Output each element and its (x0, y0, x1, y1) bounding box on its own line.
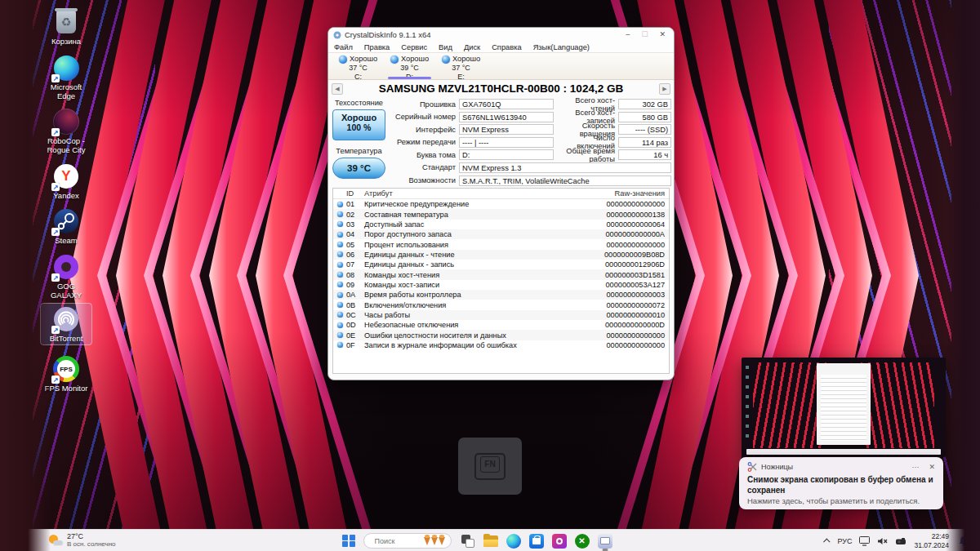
menu-item[interactable]: Вид (433, 43, 458, 51)
table-row[interactable]: 05 Процент использования 00000000000000 (333, 239, 669, 249)
attribute-id: 08 (346, 271, 364, 279)
tray-device-icon[interactable] (895, 537, 906, 545)
attribute-name: Включения/отключения (364, 301, 571, 309)
desktop-icon-label: Steam (41, 237, 91, 246)
field-value: S.M.A.R.T., TRIM, VolatileWriteCache (459, 176, 671, 186)
tab-temp: 39 °C (384, 64, 435, 73)
close-button[interactable]: ✕ (659, 28, 666, 42)
table-row[interactable]: 0F Записи в журнале информации об ошибка… (333, 340, 669, 350)
shortcut-arrow-icon: ↗ (51, 273, 60, 282)
running-indicator (602, 549, 608, 551)
screenshot-preview[interactable] (742, 358, 946, 457)
health-status: Хорошо (333, 113, 385, 122)
menu-item[interactable]: Сервис (395, 43, 433, 51)
table-row[interactable]: 0C Часы работы 00000000000010 (333, 310, 669, 320)
taskbar-app-crystaldiskinfo[interactable] (597, 531, 613, 551)
window-titlebar[interactable]: CrystalDiskInfo 9.1.1 x64 – ☐ ✕ (328, 28, 674, 42)
preview-window (817, 363, 871, 445)
maximize-button[interactable]: ☐ (641, 28, 648, 42)
network-icon[interactable] (859, 536, 870, 546)
social-app-icon (552, 534, 567, 549)
notification-close-button[interactable]: ✕ (929, 463, 935, 471)
menu-item[interactable]: Язык(Language) (528, 43, 595, 51)
table-row[interactable]: 0B Включения/отключения 00000000000072 (333, 300, 669, 309)
desktop-icon-edge[interactable]: ↗ Microsoft Edge (41, 52, 91, 102)
desktop-icon-gog[interactable]: ↗ GOG GALAXY (41, 251, 91, 301)
attribute-status-orb-icon (337, 202, 343, 207)
taskbar-app-microsoft-edge[interactable] (506, 531, 522, 551)
table-row[interactable]: 0A Время работы контроллера 000000000000… (333, 290, 669, 300)
taskbar-app-microsoft-store[interactable] (528, 531, 545, 551)
notification-bell-icon[interactable] (959, 535, 969, 546)
next-drive-button[interactable]: ▶ (659, 83, 670, 95)
start-button[interactable] (342, 535, 355, 548)
desktop-icon-fps[interactable]: FPS↗ FPS Monitor (41, 353, 91, 394)
field-row: Прошивка GXA7601Q Всего хост-чтений 302 … (391, 99, 671, 109)
menu-item[interactable]: Справка (486, 43, 527, 51)
menu-item[interactable]: Файл (328, 43, 359, 51)
attribute-name: Процент использования (364, 241, 571, 249)
taskbar-app-file-explorer[interactable] (483, 531, 499, 551)
taskbar-app-task-view[interactable] (460, 531, 476, 551)
crystaldiskinfo-window: CrystalDiskInfo 9.1.1 x64 – ☐ ✕ ФайлПрав… (327, 27, 675, 380)
search-input[interactable] (375, 537, 420, 545)
table-row[interactable]: 03 Доступный запас 00000000000064 (333, 220, 669, 229)
desktop-icon-bittorrent[interactable]: ↗ BitTorrent (41, 304, 91, 344)
health-status-button[interactable]: Хорошо 100 % (332, 109, 385, 140)
desktop: ♻ Корзина↗ Microsoft Edge↗ RoboCop - Rog… (0, 0, 980, 551)
drive-tab-C[interactable]: Хорошо 37 °C C: (332, 53, 384, 79)
attribute-status-orb-icon (337, 282, 343, 287)
menu-item[interactable]: Правка (359, 43, 395, 51)
drive-tab-D[interactable]: Хорошо 39 °C D: (384, 53, 435, 79)
attribute-name: Небезопасные отключения (364, 321, 571, 329)
minimize-button[interactable]: – (626, 28, 630, 42)
search-highlight-graphic (424, 537, 445, 545)
window-title: CrystalDiskInfo 9.1.1 x64 (345, 30, 431, 39)
crystaldiskinfo-taskbar-icon (598, 534, 612, 549)
field-value: NVM Express 1.3 (459, 162, 671, 173)
shortcut-arrow-icon: ↗ (51, 228, 60, 236)
table-row[interactable]: 06 Единицы данных - чтение 0000000009B08… (333, 250, 669, 260)
attribute-id: 02 (346, 211, 364, 219)
search-box[interactable] (363, 533, 452, 549)
table-row[interactable]: 07 Единицы данных - запись 0000000012906… (333, 260, 669, 269)
notification-more-button[interactable]: ··· (911, 463, 919, 471)
table-row[interactable]: 08 Команды хост-чтения 000000003D1581 (333, 269, 669, 279)
table-row[interactable]: 0E Ошибки целостности носителя и данных … (333, 330, 669, 340)
desktop-icon-steam[interactable]: ↗ Steam (41, 206, 91, 247)
attribute-id: 0A (346, 291, 364, 299)
taskbar-app-xbox[interactable]: ✕ (574, 531, 590, 551)
attribute-name: Ошибки целостности носителя и данных (364, 331, 571, 340)
menu-item[interactable]: Диск (458, 43, 486, 51)
table-row[interactable]: 09 Команды хост-записи 0000000053A127 (333, 280, 669, 290)
prev-drive-button[interactable]: ◀ (332, 83, 343, 95)
desktop-icon-label: FPS Monitor (41, 384, 91, 393)
attribute-raw-value: 00000000000072 (571, 301, 669, 309)
tray-time: 22:49 (914, 532, 949, 541)
attribute-status-orb-icon (337, 312, 343, 318)
table-row[interactable]: 02 Составная температура 00000000000138 (333, 209, 669, 219)
taskbar-app-social-app[interactable] (551, 531, 568, 551)
notification-subtitle: Нажмите здесь, чтобы разметить и поделит… (747, 496, 935, 505)
desktop-icon-bin[interactable]: ♻ Корзина (41, 7, 91, 47)
tray-overflow-chevron-icon[interactable] (823, 538, 830, 544)
attribute-id: 0E (346, 331, 364, 340)
fn-key-osd: FN (458, 438, 522, 495)
table-row[interactable]: 0D Небезопасные отключения 0000000000000… (333, 320, 669, 330)
drive-tab-E[interactable]: Хорошо 37 °C E: (435, 53, 487, 79)
table-row[interactable]: 01 Критическое предупреждение 0000000000… (333, 199, 669, 209)
field-row: Режим передачи ---- | ---- Число включен… (391, 137, 671, 148)
language-indicator[interactable]: РУС (837, 537, 852, 545)
attribute-raw-value: 0000000009B08D (571, 251, 669, 259)
field-value: 114 раз (618, 137, 671, 148)
table-row[interactable]: 04 Порог доступного запаса 0000000000000… (333, 229, 669, 239)
attribute-status-orb-icon (337, 251, 343, 257)
desktop-icon-yandex[interactable]: Y↗ Yandex (41, 161, 91, 202)
edge-icon (506, 534, 521, 549)
weather-widget[interactable]: 27°C В осн. солнечно (49, 532, 116, 548)
snipping-tool-notification[interactable]: Ножницы ··· ✕ Снимок экрана скопирован в… (739, 457, 943, 509)
clock[interactable]: 22:49 31.07.2024 (914, 532, 949, 549)
desktop-icon-robocop[interactable]: ↗ RoboCop - Rogue City (41, 106, 91, 156)
attribute-raw-value: 0000000012906D (571, 260, 669, 269)
volume-muted-icon[interactable] (877, 537, 888, 545)
